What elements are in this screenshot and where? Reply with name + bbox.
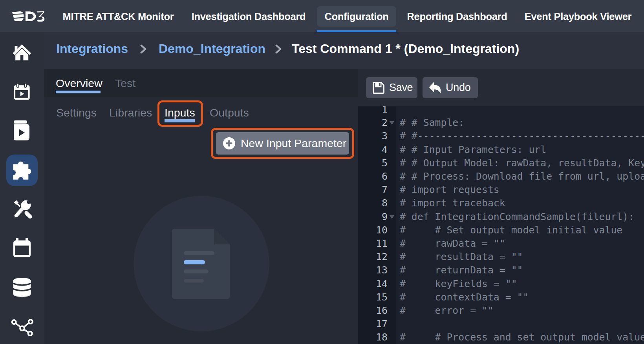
line-number: 16	[358, 304, 388, 317]
top-nav: MITRE ATT&CK Monitor Investigation Dashb…	[0, 0, 644, 32]
code-line-1[interactable]: 1	[358, 106, 644, 116]
code-text: # rawData = ""	[400, 237, 505, 250]
code-text: # def IntegrationCommandSample(fileurl):	[400, 210, 634, 224]
code-text: # # Sample:	[400, 116, 464, 129]
code-text: # # Input Parameters: url	[400, 143, 546, 157]
nav-item-event-playbook-viewer[interactable]: Event Playbook Viewer	[525, 0, 631, 33]
nav-item-investigation-dashboard[interactable]: Investigation Dashboard	[192, 0, 306, 33]
code-text: # # Process and set output model value	[400, 331, 644, 344]
code-line-15[interactable]: 15# contextData = ""	[358, 291, 644, 304]
line-number: 10	[358, 224, 388, 237]
code-text: # # Set output model initial value	[400, 224, 622, 237]
integrations-puzzle-icon[interactable]	[13, 160, 32, 180]
new-input-parameter-label: New Input Parameter	[241, 137, 346, 150]
code-line-9[interactable]: 9# def IntegrationCommandSample(fileurl)…	[358, 210, 644, 224]
code-line-4[interactable]: 4# # Input Parameters: url	[358, 143, 644, 157]
line-number: 17	[358, 317, 388, 331]
line-number: 12	[358, 250, 388, 264]
code-panel: Save Undo 12# # Sample:3# #-------------…	[358, 69, 644, 344]
line-number: 6	[358, 170, 388, 183]
line-number: 15	[358, 291, 388, 304]
event-playbook-icon[interactable]	[13, 82, 31, 100]
plus-circle-icon	[223, 137, 235, 149]
breadcrumb-integrations[interactable]: Integrations	[56, 41, 128, 56]
code-line-2[interactable]: 2# # Sample:	[358, 116, 644, 130]
command-overview-panel: Overview Test Settings Libraries Inputs …	[44, 69, 358, 344]
line-number: 18	[358, 331, 388, 344]
code-line-17[interactable]: 17	[358, 317, 644, 331]
code-line-8[interactable]: 8# import traceback	[358, 197, 644, 210]
empty-document-icon	[172, 229, 230, 299]
breadcrumb-separator-2	[275, 44, 282, 54]
code-line-12[interactable]: 12# resultData = ""	[358, 250, 644, 264]
code-line-18[interactable]: 18# # Process and set output model value	[358, 331, 644, 344]
nav-item-mitre-attack-monitor[interactable]: MITRE ATT&CK Monitor	[63, 0, 174, 33]
playbook-icon[interactable]	[13, 120, 30, 141]
code-line-10[interactable]: 10# # Set output model initial value	[358, 224, 644, 237]
tab-overview[interactable]: Overview	[56, 76, 102, 90]
code-text: # error = ""	[400, 304, 494, 317]
code-text: # #-------------------------------------…	[400, 129, 644, 143]
tab-overview-underline	[56, 91, 101, 93]
code-text: # resultData = ""	[400, 250, 523, 264]
connections-icon[interactable]	[11, 318, 34, 337]
breadcrumb-current-page: Test Command 1 * (Demo_Integration)	[292, 41, 519, 56]
breadcrumb-separator-1	[140, 44, 147, 54]
nav-item-configuration[interactable]: Configuration	[324, 0, 388, 33]
database-icon[interactable]	[13, 278, 31, 297]
fold-arrow-icon[interactable]	[390, 121, 394, 125]
utility-tools-icon[interactable]	[13, 199, 33, 219]
code-line-16[interactable]: 16# error = ""	[358, 304, 644, 318]
code-text: # import traceback	[400, 197, 505, 210]
undo-button[interactable]: Undo	[423, 77, 478, 98]
code-text: # contextData = ""	[400, 291, 529, 304]
code-text: # import requests	[400, 183, 499, 197]
subtab-libraries[interactable]: Libraries	[109, 106, 152, 120]
nav-item-reporting-dashboard[interactable]: Reporting Dashboard	[407, 0, 507, 33]
tab-header: Overview Test	[44, 69, 358, 97]
sidebar	[0, 32, 44, 344]
code-line-7[interactable]: 7# import requests	[358, 183, 644, 197]
save-icon	[373, 82, 384, 94]
code-text: # returnData = ""	[400, 264, 523, 277]
line-number: 11	[358, 237, 388, 250]
new-input-parameter-button[interactable]: New Input Parameter	[216, 132, 349, 155]
tab-test[interactable]: Test	[115, 76, 135, 90]
line-number: 4	[358, 143, 388, 157]
calendar-icon[interactable]	[13, 238, 31, 257]
line-number: 3	[358, 129, 388, 143]
save-button[interactable]: Save	[366, 77, 417, 98]
undo-label: Undo	[446, 82, 470, 94]
line-number: 1	[358, 106, 388, 116]
code-line-11[interactable]: 11# rawData = ""	[358, 237, 644, 251]
code-line-13[interactable]: 13# returnData = ""	[358, 264, 644, 277]
save-label: Save	[389, 82, 413, 94]
fold-arrow-icon[interactable]	[390, 215, 394, 219]
code-line-14[interactable]: 14# keyFields = ""	[358, 277, 644, 291]
subtab-settings[interactable]: Settings	[56, 106, 97, 120]
line-number: 2	[358, 116, 388, 129]
code-line-3[interactable]: 3# #------------------------------------…	[358, 129, 644, 143]
line-number: 13	[358, 264, 388, 277]
line-number: 9	[358, 210, 388, 224]
code-text: # # Output Model: rawData, resultData, K…	[400, 157, 644, 170]
code-line-6[interactable]: 6# # Process: Download file from url, up…	[358, 170, 644, 184]
line-number: 7	[358, 183, 388, 197]
code-editor[interactable]: 12# # Sample:3# #-----------------------…	[358, 106, 644, 344]
d3-logo[interactable]	[12, 11, 45, 22]
undo-icon	[429, 82, 441, 94]
code-line-5[interactable]: 5# # Output Model: rawData, resultData, …	[358, 157, 644, 170]
breadcrumb-demo-integration[interactable]: Demo_Integration	[159, 41, 265, 56]
code-text: # keyFields = ""	[400, 277, 517, 291]
code-text: # # Process: Download file from url, upl…	[400, 170, 644, 183]
subtab-outputs[interactable]: Outputs	[210, 106, 249, 120]
code-panel-toolbar: Save Undo	[358, 69, 644, 106]
home-icon[interactable]	[12, 44, 32, 61]
breadcrumb: Integrations Demo_Integration Test Comma…	[44, 32, 644, 69]
line-number: 5	[358, 157, 388, 170]
highlight-box-inputs	[157, 100, 203, 127]
line-number: 14	[358, 277, 388, 291]
line-number: 8	[358, 197, 388, 210]
